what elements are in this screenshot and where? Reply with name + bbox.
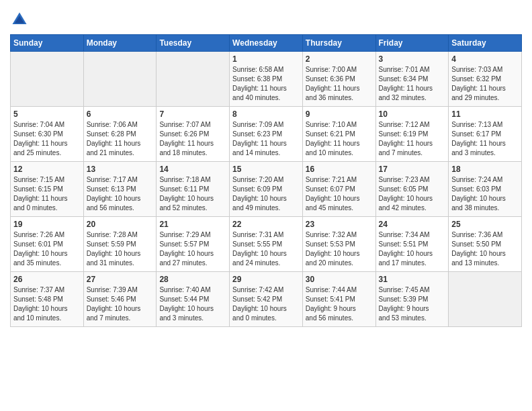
calendar-cell: 12Sunrise: 7:15 AM Sunset: 6:15 PM Dayli… <box>11 162 84 217</box>
calendar-week-3: 12Sunrise: 7:15 AM Sunset: 6:15 PM Dayli… <box>11 162 522 217</box>
day-info: Sunrise: 7:21 AM Sunset: 6:07 PM Dayligh… <box>306 175 373 213</box>
day-number: 30 <box>306 275 373 284</box>
day-info: Sunrise: 7:18 AM Sunset: 6:11 PM Dayligh… <box>159 175 226 213</box>
day-number: 17 <box>379 165 446 174</box>
day-number: 2 <box>306 54 373 64</box>
day-info: Sunrise: 6:58 AM Sunset: 6:38 PM Dayligh… <box>232 65 300 103</box>
calendar-cell: 13Sunrise: 7:17 AM Sunset: 6:13 PM Dayli… <box>83 162 157 217</box>
day-info: Sunrise: 7:42 AM Sunset: 5:42 PM Dayligh… <box>232 285 300 323</box>
calendar-cell: 18Sunrise: 7:24 AM Sunset: 6:03 PM Dayli… <box>449 162 522 217</box>
calendar-cell: 14Sunrise: 7:18 AM Sunset: 6:11 PM Dayli… <box>157 162 230 217</box>
day-info: Sunrise: 7:04 AM Sunset: 6:30 PM Dayligh… <box>13 120 81 158</box>
day-number: 31 <box>379 275 446 284</box>
day-info: Sunrise: 7:17 AM Sunset: 6:13 PM Dayligh… <box>87 175 154 213</box>
day-number: 25 <box>451 220 519 229</box>
day-info: Sunrise: 7:26 AM Sunset: 6:01 PM Dayligh… <box>13 230 81 268</box>
day-number: 12 <box>13 165 81 174</box>
day-info: Sunrise: 7:45 AM Sunset: 5:39 PM Dayligh… <box>379 285 446 323</box>
day-number: 22 <box>232 220 300 229</box>
calendar-cell: 23Sunrise: 7:32 AM Sunset: 5:53 PM Dayli… <box>302 217 375 272</box>
day-number: 8 <box>232 109 300 119</box>
calendar-cell: 28Sunrise: 7:40 AM Sunset: 5:44 PM Dayli… <box>157 272 230 327</box>
calendar-cell: 22Sunrise: 7:31 AM Sunset: 5:55 PM Dayli… <box>230 217 303 272</box>
day-info: Sunrise: 7:31 AM Sunset: 5:55 PM Dayligh… <box>232 230 300 268</box>
day-info: Sunrise: 7:07 AM Sunset: 6:26 PM Dayligh… <box>159 120 226 158</box>
day-info: Sunrise: 7:32 AM Sunset: 5:53 PM Dayligh… <box>306 230 373 268</box>
day-info: Sunrise: 7:13 AM Sunset: 6:17 PM Dayligh… <box>451 120 519 158</box>
calendar-cell: 3Sunrise: 7:01 AM Sunset: 6:34 PM Daylig… <box>375 52 449 107</box>
calendar-cell: 11Sunrise: 7:13 AM Sunset: 6:17 PM Dayli… <box>449 107 522 162</box>
day-info: Sunrise: 7:15 AM Sunset: 6:15 PM Dayligh… <box>13 175 81 213</box>
calendar-cell: 6Sunrise: 7:06 AM Sunset: 6:28 PM Daylig… <box>83 107 157 162</box>
day-info: Sunrise: 7:09 AM Sunset: 6:23 PM Dayligh… <box>232 120 300 158</box>
day-number: 11 <box>451 109 519 119</box>
day-number: 21 <box>159 220 226 229</box>
calendar-cell <box>83 52 157 107</box>
day-number: 23 <box>306 220 373 229</box>
calendar-cell: 10Sunrise: 7:12 AM Sunset: 6:19 PM Dayli… <box>375 107 449 162</box>
day-info: Sunrise: 7:29 AM Sunset: 5:57 PM Dayligh… <box>159 230 226 268</box>
day-number: 28 <box>159 275 226 284</box>
day-info: Sunrise: 7:23 AM Sunset: 6:05 PM Dayligh… <box>379 175 446 213</box>
day-number: 24 <box>379 220 446 229</box>
day-info: Sunrise: 7:34 AM Sunset: 5:51 PM Dayligh… <box>379 230 446 268</box>
calendar-cell: 15Sunrise: 7:20 AM Sunset: 6:09 PM Dayli… <box>230 162 303 217</box>
day-number: 14 <box>159 165 226 174</box>
calendar-cell: 16Sunrise: 7:21 AM Sunset: 6:07 PM Dayli… <box>302 162 375 217</box>
weekday-header-monday: Monday <box>83 35 157 52</box>
calendar-cell: 27Sunrise: 7:39 AM Sunset: 5:46 PM Dayli… <box>83 272 157 327</box>
weekday-header-wednesday: Wednesday <box>230 35 303 52</box>
day-info: Sunrise: 7:20 AM Sunset: 6:09 PM Dayligh… <box>232 175 300 213</box>
day-number: 6 <box>87 109 154 119</box>
day-info: Sunrise: 7:01 AM Sunset: 6:34 PM Dayligh… <box>379 65 446 103</box>
calendar-cell: 24Sunrise: 7:34 AM Sunset: 5:51 PM Dayli… <box>375 217 449 272</box>
weekday-header-thursday: Thursday <box>302 35 375 52</box>
day-info: Sunrise: 7:36 AM Sunset: 5:50 PM Dayligh… <box>451 230 519 268</box>
day-info: Sunrise: 7:03 AM Sunset: 6:32 PM Dayligh… <box>451 65 519 103</box>
calendar-cell <box>11 52 84 107</box>
calendar-cell: 31Sunrise: 7:45 AM Sunset: 5:39 PM Dayli… <box>375 272 449 327</box>
day-info: Sunrise: 7:39 AM Sunset: 5:46 PM Dayligh… <box>87 285 154 323</box>
logo <box>10 10 32 29</box>
calendar-cell: 5Sunrise: 7:04 AM Sunset: 6:30 PM Daylig… <box>11 107 84 162</box>
calendar-cell <box>449 272 522 327</box>
day-number: 29 <box>232 275 300 284</box>
calendar-cell: 8Sunrise: 7:09 AM Sunset: 6:23 PM Daylig… <box>230 107 303 162</box>
calendar-cell: 21Sunrise: 7:29 AM Sunset: 5:57 PM Dayli… <box>157 217 230 272</box>
day-info: Sunrise: 7:37 AM Sunset: 5:48 PM Dayligh… <box>13 285 81 323</box>
calendar-cell: 9Sunrise: 7:10 AM Sunset: 6:21 PM Daylig… <box>302 107 375 162</box>
day-number: 1 <box>232 54 300 64</box>
day-info: Sunrise: 7:06 AM Sunset: 6:28 PM Dayligh… <box>87 120 154 158</box>
calendar-cell: 1Sunrise: 6:58 AM Sunset: 6:38 PM Daylig… <box>230 52 303 107</box>
day-number: 7 <box>159 109 226 119</box>
day-number: 16 <box>306 165 373 174</box>
day-info: Sunrise: 7:40 AM Sunset: 5:44 PM Dayligh… <box>159 285 226 323</box>
calendar-cell: 4Sunrise: 7:03 AM Sunset: 6:32 PM Daylig… <box>449 52 522 107</box>
day-info: Sunrise: 7:44 AM Sunset: 5:41 PM Dayligh… <box>306 285 373 323</box>
calendar-cell: 30Sunrise: 7:44 AM Sunset: 5:41 PM Dayli… <box>302 272 375 327</box>
day-number: 27 <box>87 275 154 284</box>
day-number: 19 <box>13 220 81 229</box>
calendar-header: SundayMondayTuesdayWednesdayThursdayFrid… <box>11 35 522 52</box>
weekday-header-sunday: Sunday <box>11 35 84 52</box>
page-container: SundayMondayTuesdayWednesdayThursdayFrid… <box>0 0 532 334</box>
day-info: Sunrise: 7:24 AM Sunset: 6:03 PM Dayligh… <box>451 175 519 213</box>
calendar-cell: 25Sunrise: 7:36 AM Sunset: 5:50 PM Dayli… <box>449 217 522 272</box>
day-info: Sunrise: 7:00 AM Sunset: 6:36 PM Dayligh… <box>306 65 373 103</box>
day-number: 26 <box>13 275 81 284</box>
logo-icon <box>10 10 29 29</box>
day-info: Sunrise: 7:12 AM Sunset: 6:19 PM Dayligh… <box>379 120 446 158</box>
calendar-week-4: 19Sunrise: 7:26 AM Sunset: 6:01 PM Dayli… <box>11 217 522 272</box>
weekday-row: SundayMondayTuesdayWednesdayThursdayFrid… <box>11 35 522 52</box>
weekday-header-saturday: Saturday <box>449 35 522 52</box>
calendar-cell: 17Sunrise: 7:23 AM Sunset: 6:05 PM Dayli… <box>375 162 449 217</box>
calendar-cell: 29Sunrise: 7:42 AM Sunset: 5:42 PM Dayli… <box>230 272 303 327</box>
calendar-week-2: 5Sunrise: 7:04 AM Sunset: 6:30 PM Daylig… <box>11 107 522 162</box>
day-info: Sunrise: 7:28 AM Sunset: 5:59 PM Dayligh… <box>87 230 154 268</box>
day-info: Sunrise: 7:10 AM Sunset: 6:21 PM Dayligh… <box>306 120 373 158</box>
calendar-week-5: 26Sunrise: 7:37 AM Sunset: 5:48 PM Dayli… <box>11 272 522 327</box>
calendar-cell <box>157 52 230 107</box>
day-number: 13 <box>87 165 154 174</box>
day-number: 9 <box>306 109 373 119</box>
day-number: 3 <box>379 54 446 64</box>
